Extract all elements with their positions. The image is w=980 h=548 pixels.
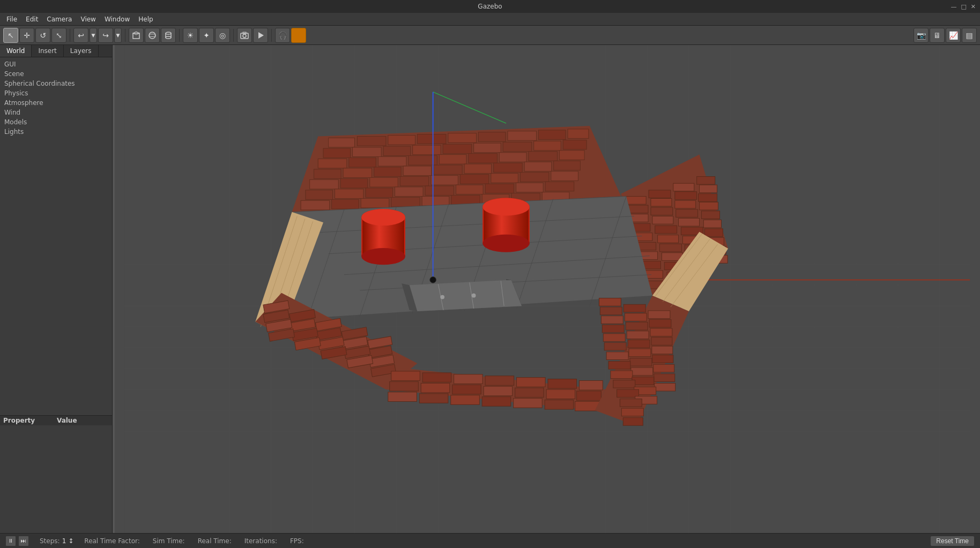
- svg-rect-204: [419, 394, 448, 403]
- menu-edit[interactable]: Edit: [21, 14, 42, 24]
- tree-item-lights[interactable]: Lights: [0, 127, 112, 137]
- tree-item-scene[interactable]: Scene: [0, 69, 112, 79]
- directional-light-button[interactable]: ☀: [183, 28, 198, 43]
- menu-window[interactable]: Window: [100, 14, 134, 24]
- toolbar-separator-4: [233, 29, 234, 42]
- svg-rect-225: [652, 346, 673, 354]
- tree-item-gui[interactable]: GUI: [0, 59, 112, 69]
- svg-rect-221: [627, 331, 649, 339]
- window-controls[interactable]: — □ ✕: [951, 3, 976, 10]
- svg-rect-12: [295, 32, 302, 39]
- orange-mode-button[interactable]: [291, 28, 306, 43]
- svg-rect-227: [629, 349, 651, 357]
- toolbar-separator-1: [70, 29, 70, 42]
- svg-rect-73: [314, 169, 341, 179]
- tree-item-models[interactable]: Models: [0, 117, 112, 127]
- plot-button[interactable]: 📈: [946, 28, 961, 43]
- display-button[interactable]: 🖥: [930, 28, 945, 43]
- box-button[interactable]: [129, 28, 144, 43]
- camera-view-button[interactable]: 📷: [914, 28, 929, 43]
- tree-item-spherical-coordinates[interactable]: Spherical Coordinates: [0, 79, 112, 88]
- svg-rect-121: [699, 194, 717, 202]
- svg-rect-212: [623, 304, 645, 312]
- svg-rect-93: [366, 188, 393, 198]
- spot-light-button[interactable]: ✦: [199, 28, 214, 43]
- tree-item-physics[interactable]: Physics: [0, 88, 112, 98]
- minimize-button[interactable]: —: [951, 3, 956, 10]
- translate-tool-button[interactable]: ✛: [19, 28, 34, 43]
- svg-rect-119: [651, 207, 673, 215]
- title-bar: Gazebo — □ ✕: [0, 0, 980, 13]
- svg-rect-0: [133, 33, 139, 39]
- svg-rect-215: [625, 313, 647, 321]
- record-button[interactable]: [253, 28, 268, 43]
- svg-rect-205: [451, 395, 480, 405]
- svg-rect-193: [517, 378, 546, 387]
- step-button[interactable]: ⏭: [18, 536, 29, 546]
- sphere-button[interactable]: [145, 28, 160, 43]
- property-col-header: Property: [3, 417, 57, 424]
- svg-rect-125: [700, 202, 718, 210]
- svg-rect-66: [378, 157, 406, 167]
- screenshot-button[interactable]: [237, 28, 252, 43]
- tab-insert[interactable]: Insert: [32, 45, 63, 57]
- record-icon: [256, 31, 265, 40]
- camera-icon: [240, 31, 249, 40]
- svg-rect-94: [395, 187, 423, 197]
- reset-time-button[interactable]: Reset Time: [930, 536, 975, 546]
- svg-rect-85: [400, 177, 429, 186]
- svg-rect-120: [675, 200, 696, 208]
- select-tool-button[interactable]: ↖: [3, 28, 18, 43]
- svg-rect-235: [611, 371, 633, 379]
- close-button[interactable]: ✕: [971, 3, 976, 10]
- tab-layers[interactable]: Layers: [64, 45, 99, 57]
- svg-rect-74: [343, 168, 372, 178]
- svg-rect-197: [421, 383, 450, 393]
- svg-rect-48: [388, 136, 415, 145]
- rotate-tool-button[interactable]: ↺: [35, 28, 50, 43]
- svg-rect-238: [613, 380, 635, 388]
- svg-rect-214: [600, 307, 622, 315]
- svg-point-257: [482, 235, 530, 252]
- svg-point-269: [430, 277, 436, 283]
- svg-rect-243: [621, 408, 643, 416]
- grid-button[interactable]: ▤: [962, 28, 977, 43]
- svg-rect-127: [655, 226, 677, 234]
- svg-rect-199: [484, 386, 513, 396]
- tree-item-atmosphere[interactable]: Atmosphere: [0, 98, 112, 108]
- svg-rect-117: [700, 185, 717, 193]
- svg-rect-111: [649, 190, 671, 198]
- svg-rect-229: [606, 352, 628, 360]
- fps-item: FPS:: [290, 537, 306, 545]
- sim-time-item: Sim Time:: [153, 537, 187, 545]
- toolbar-separator-5: [271, 29, 272, 42]
- property-panel: Property Value: [0, 415, 112, 533]
- menu-help[interactable]: Help: [134, 14, 157, 24]
- undo-button[interactable]: ↩: [73, 28, 88, 43]
- menu-view[interactable]: View: [76, 14, 100, 24]
- svg-rect-51: [478, 132, 506, 142]
- svg-rect-200: [515, 388, 544, 397]
- scale-tool-button[interactable]: ⤡: [51, 28, 66, 43]
- svg-rect-61: [503, 142, 532, 152]
- undo-dropdown-button[interactable]: ▼: [90, 28, 97, 43]
- tab-world[interactable]: World: [0, 45, 32, 57]
- redo-button[interactable]: ↪: [98, 28, 113, 43]
- svg-rect-84: [370, 177, 398, 187]
- left-panel: World Insert Layers GUI Scene Spherical …: [0, 45, 113, 533]
- svg-rect-231: [654, 364, 674, 372]
- pause-button[interactable]: ⏸: [5, 536, 16, 546]
- iterations-label: Iterations:: [244, 537, 277, 545]
- point-light-button[interactable]: ◎: [215, 28, 230, 43]
- svg-rect-92: [335, 189, 363, 199]
- maximize-button[interactable]: □: [961, 3, 966, 10]
- redo-dropdown-button[interactable]: ▼: [114, 28, 122, 43]
- orange-icon: [295, 32, 302, 39]
- menu-camera[interactable]: Camera: [42, 14, 76, 24]
- headphones-button[interactable]: 🎧: [275, 28, 290, 43]
- tree-item-wind[interactable]: Wind: [0, 108, 112, 117]
- 3d-viewport[interactable]: [115, 45, 980, 533]
- menu-file[interactable]: File: [2, 14, 21, 24]
- svg-rect-237: [655, 383, 675, 391]
- cylinder-button[interactable]: [161, 28, 176, 43]
